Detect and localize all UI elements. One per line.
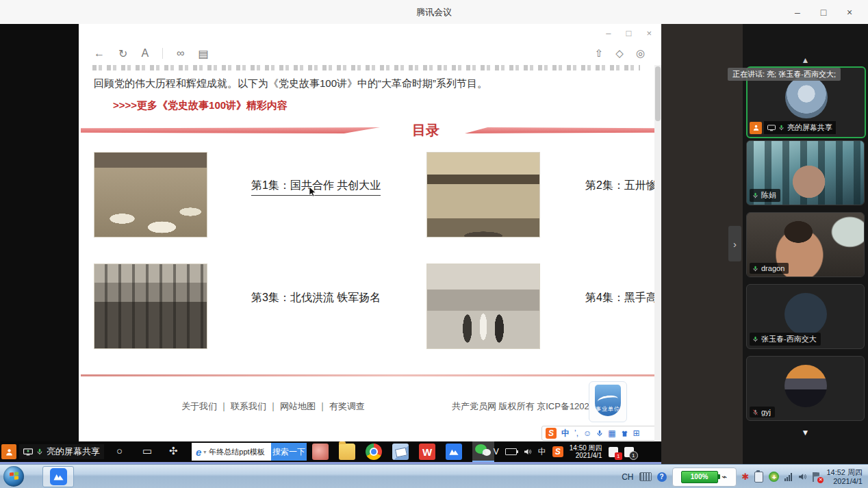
footer-divider (81, 374, 654, 376)
skin-icon[interactable] (621, 430, 628, 437)
browser-minimize-button[interactable]: – (606, 28, 611, 38)
mic-on-icon (752, 265, 758, 272)
taskbar-app-icons: W (312, 444, 494, 460)
task-view-icon[interactable]: ▭ (142, 445, 152, 457)
pinwheel-icon[interactable]: ✣ (169, 445, 178, 457)
scroll-up-arrow[interactable]: ▲ (743, 55, 868, 65)
tencent-meeting-icon[interactable] (446, 444, 462, 460)
episode1-thumbnail[interactable] (94, 152, 207, 237)
search-button[interactable]: 搜索一下 (271, 443, 307, 461)
episode3-link[interactable]: 第3集：北伐洪流 铁军扬名 (251, 291, 381, 305)
battery-widget[interactable]: 100% ⌁ (672, 467, 737, 487)
page-scrollbar[interactable] (654, 65, 661, 441)
window-title: 腾讯会议 (0, 6, 868, 18)
tencent-meeting-icon (50, 468, 67, 485)
share-page-icon[interactable]: ⇧ (595, 47, 604, 60)
chrome-icon[interactable] (366, 444, 382, 460)
font-size-icon[interactable]: A (141, 47, 149, 60)
shared-screen-taskbar: 亮的屏幕共享 ○ ▭ ✣ e ▾ 年终总结ppt模板 搜索一下 W (0, 441, 661, 464)
participants-sidebar: ▲ (743, 24, 868, 464)
close-button[interactable]: × (837, 7, 863, 18)
participant-tile[interactable]: 张玉春-西南交大 (746, 284, 865, 349)
maximize-button[interactable]: □ (810, 7, 837, 18)
browser-close-button[interactable]: × (646, 28, 652, 38)
file-explorer-icon[interactable] (339, 444, 355, 460)
search-input[interactable]: 年终总结ppt模板 (206, 447, 271, 457)
avatar (784, 293, 827, 335)
punctuation-icon[interactable]: ’, (574, 429, 578, 437)
episode3-thumbnail[interactable] (94, 264, 207, 349)
soft-keyboard-icon[interactable]: ▦ (608, 429, 615, 437)
link-icon[interactable]: ∞ (177, 47, 184, 60)
tray-chevron-up-icon[interactable]: ∧ (481, 447, 487, 457)
media-app-icon[interactable] (312, 444, 329, 460)
back-icon[interactable]: ← (94, 47, 105, 60)
taskbar-clock[interactable]: 14:52 周四 2021/4/1 (826, 468, 865, 486)
tray-battery-icon[interactable] (505, 448, 517, 455)
toc-title: 目录 (412, 121, 453, 140)
action-center-flag-icon[interactable]: ✕ (813, 472, 821, 482)
minimize-button[interactable]: – (784, 7, 810, 18)
thunder-icon[interactable]: V (494, 447, 499, 457)
language-indicator[interactable]: CH (622, 472, 633, 482)
more-content-link[interactable]: >>>>更多《党史故事100讲》精彩内容 (113, 99, 288, 112)
browser-toolbar: ← ↻ A ∞ ▤ ⇧ ◇ ◎ (79, 43, 661, 64)
keyboard-icon[interactable] (639, 472, 652, 481)
browser-restore-button[interactable]: □ (626, 28, 632, 38)
wps-icon[interactable]: W (419, 444, 435, 460)
avatar (785, 76, 828, 118)
chinese-mode-icon[interactable]: 中 (561, 429, 570, 437)
episode2-link[interactable]: 第2集：五卅惨案 (585, 179, 654, 193)
shared-clock[interactable]: 14:50 周四 2021/4/1 (570, 444, 602, 459)
shared-screen-stage: – □ × ← ↻ A ∞ ▤ ⇧ ◇ ◎ (0, 24, 868, 464)
episode2-thumbnail[interactable] (426, 152, 540, 237)
shared-browser-window: – □ × ← ↻ A ∞ ▤ ⇧ ◇ ◎ (79, 24, 661, 441)
emoji-icon[interactable]: ☺ (583, 429, 591, 437)
sogou-input-toolbar: S 中 ’, ☺ ▦ ⊞ (541, 426, 654, 441)
voice-input-icon[interactable] (596, 429, 603, 437)
sidebar-collapse-button[interactable]: › (728, 226, 741, 261)
volume-icon[interactable] (797, 472, 807, 481)
notification-badge: 1 (615, 452, 622, 460)
avatar (784, 365, 827, 407)
toolbar-divider (162, 48, 163, 59)
target-icon[interactable]: ◎ (636, 47, 645, 60)
notification-doc-icon[interactable]: 1 (609, 447, 618, 457)
tencent-meeting-taskbar-button[interactable] (42, 466, 74, 487)
clipboard-tray-icon[interactable] (754, 472, 763, 483)
participant-tile[interactable]: gyj (746, 356, 865, 421)
participant-tile[interactable]: 陈娟 (746, 140, 865, 205)
toc-ribbon-right (465, 127, 654, 133)
scrollbar-thumb[interactable] (655, 66, 661, 121)
bluetooth-tray-icon[interactable]: ✱ (742, 472, 750, 482)
start-button[interactable] (3, 466, 24, 487)
windows-flag-icon (10, 472, 18, 480)
participant-tile[interactable]: dragon (746, 212, 865, 277)
network-signal-icon[interactable] (784, 473, 792, 481)
sogou-tray-icon[interactable]: S (552, 446, 563, 457)
help-icon[interactable]: ? (657, 472, 667, 482)
save-icon[interactable]: ▤ (198, 47, 208, 60)
institution-badge[interactable]: 事业单位 (589, 381, 627, 422)
sogou-logo-icon[interactable]: S (546, 428, 557, 439)
refresh-icon[interactable]: ↻ (118, 47, 127, 60)
screenshot-app-icon[interactable] (392, 444, 409, 460)
input-language-icon[interactable]: 中 (538, 446, 546, 458)
toc-ribbon-left (81, 127, 380, 133)
app-icon[interactable]: ◇ (615, 47, 624, 60)
scroll-down-arrow[interactable]: ▼ (743, 428, 868, 437)
episode4-link[interactable]: 第4集：黑手高悬 (585, 291, 654, 305)
updater-tray-icon[interactable]: + (769, 472, 779, 482)
taskbar-search-box[interactable]: e ▾ 年终总结ppt模板 搜索一下 (192, 443, 307, 461)
tray-volume-icon[interactable] (523, 448, 532, 456)
footer-links[interactable]: 关于我们 ｜ 联系我们 ｜ 网站地图 ｜ 有奖调查 (181, 400, 365, 413)
toolbox-icon[interactable]: ⊞ (633, 429, 640, 437)
mic-on-icon (752, 335, 758, 343)
mic-muted-icon (752, 409, 758, 416)
power-plug-icon: ⌁ (722, 472, 728, 482)
message-doc-icon[interactable]: 1 (624, 447, 634, 457)
cortana-icon[interactable]: ○ (116, 445, 123, 457)
intro-paragraph: 回顾党的伟大历程和辉煌成就。以下为《党史故事100讲》中的“大革命时期”系列节目… (94, 77, 487, 90)
mic-on-icon (778, 124, 784, 131)
episode4-thumbnail[interactable] (426, 264, 540, 349)
